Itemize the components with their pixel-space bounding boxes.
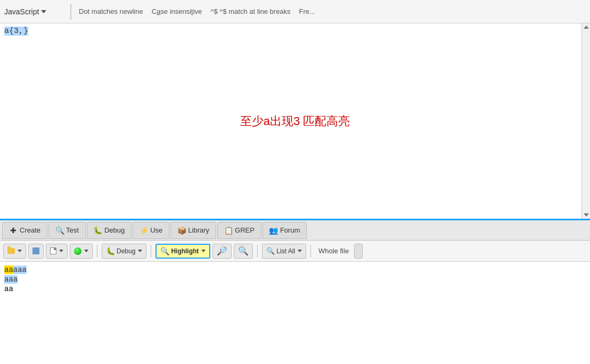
tab-test[interactable]: 🔍 Test [48,222,86,239]
zoom-out-button[interactable]: 🔎 [212,244,232,259]
toolbar-sep-2 [151,245,151,258]
library-icon: 📦 [177,226,186,235]
result-2-blue: aaa [4,275,18,284]
new-file-button[interactable] [46,244,68,259]
save-button[interactable] [28,244,44,259]
use-icon: ⚡ [140,226,148,235]
vertical-scrollbar[interactable] [581,23,590,219]
highlight-icon: 🔍 [160,247,169,255]
result-line-3: aa [4,284,586,294]
tab-use[interactable]: ⚡ Use [133,222,169,239]
regex-char-a: a [4,27,9,36]
create-icon: ✚ [9,226,18,235]
flag-multiline[interactable]: ^$ ^$ match at line breaks [210,7,290,15]
top-bar-separator [70,4,71,20]
regex-area[interactable]: a{3,} 至少a出现3 匹配高亮 [0,23,590,220]
results-area[interactable]: aaaaa aaa aa [0,262,590,364]
flags-area: Dot matches newline Case insensitive ^$ … [79,7,586,15]
zoom-in-button[interactable]: 🔍 [234,244,253,259]
tab-create[interactable]: ✚ Create [2,222,47,239]
new-file-icon [50,247,56,254]
whole-file-dropdown[interactable] [354,244,363,259]
folder-icon [7,248,15,254]
flag-free-spacing[interactable]: Fre... [299,7,315,15]
zoom-out-icon: 🔎 [217,246,227,256]
result-1-yellow: aa [4,266,13,274]
regex-quantifier: {3,} [9,27,28,36]
grep-icon: 📋 [224,226,233,235]
go-button[interactable] [70,244,93,259]
tab-library[interactable]: 📦 Library [170,222,216,239]
top-bar: JavaScript Dot matches newline Case inse… [0,0,590,23]
result-1-blue: aaa [13,266,27,274]
scroll-up-arrow[interactable] [584,26,589,29]
tab-bar: ✚ Create 🔍 Test 🐛 Debug ⚡ Use 📦 Library … [0,220,590,241]
list-all-dropdown-arrow [298,250,302,252]
result-3-text: aa [4,285,13,293]
language-dropdown-arrow [41,10,46,13]
regex-input-line: a{3,} [0,23,590,39]
whole-file-label: Whole file [315,247,352,255]
tab-forum[interactable]: 👥 Forum [263,222,307,239]
result-line-1: aaaaa [4,265,586,275]
list-all-search-icon: 🔍 [266,247,275,255]
debug-tab-icon: 🐛 [94,226,102,235]
go-dropdown-arrow [84,250,88,252]
tab-grep[interactable]: 📋 GREP [217,222,261,239]
toolbar-sep-3 [257,245,258,258]
highlight-dropdown-arrow [201,250,206,252]
toolbar-sep-4 [310,245,311,258]
highlight-button[interactable]: 🔍 Highlight [155,244,210,259]
regex-prefix-a: a{3,} [4,27,28,36]
list-all-button[interactable]: 🔍 List All [262,244,306,259]
main-layout: JavaScript Dot matches newline Case inse… [0,0,590,364]
new-dropdown-arrow [59,250,63,252]
toolbar: 🐛 Debug 🔍 Highlight 🔎 🔍 🔍 List All W [0,241,590,262]
debug-button[interactable]: 🐛 Debug [102,244,146,259]
center-text: 至少a出现3 匹配高亮 [240,113,350,129]
save-icon [32,247,39,254]
debug-icon: 🐛 [106,247,115,255]
go-icon [74,247,81,255]
flag-case-insensitive[interactable]: Case insensitive [152,7,202,15]
result-line-2: aaa [4,275,586,284]
flag-dot-newline[interactable]: Dot matches newline [79,7,143,15]
open-dropdown-arrow [18,250,22,252]
scroll-down-arrow[interactable] [584,213,589,217]
toolbar-sep-1 [97,245,97,258]
zoom-in-icon: 🔍 [238,246,249,256]
language-label: JavaScript [4,7,39,16]
tab-debug[interactable]: 🐛 Debug [87,222,132,239]
open-file-button[interactable] [3,244,26,259]
test-icon: 🔍 [55,226,64,235]
forum-icon: 👥 [269,226,278,235]
language-selector[interactable]: JavaScript [4,7,63,16]
debug-dropdown-arrow [138,250,142,252]
